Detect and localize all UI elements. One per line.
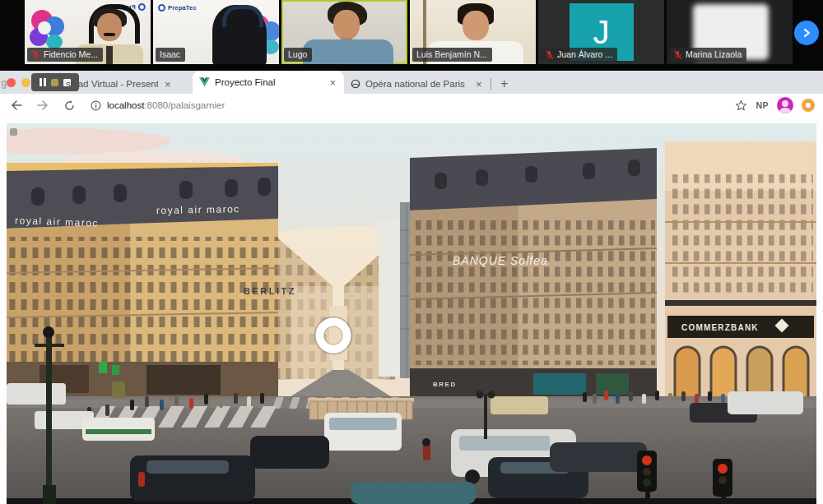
participant-name: Isaac	[160, 49, 180, 60]
toolbar-right: NP	[735, 97, 815, 113]
tab-proyecto-final[interactable]: Proyecto Final ×	[193, 71, 344, 94]
chevron-right-icon	[802, 28, 811, 38]
participant-face	[463, 11, 489, 40]
participant-name: Luis Benjamín N...	[416, 49, 487, 60]
video-tile-lugo[interactable]: Lugo	[281, 0, 407, 64]
participant-name-badge: Lugo	[284, 48, 312, 62]
participant-name-badge: Marina Lizaola	[669, 48, 746, 62]
video-tile-luis[interactable]: Luis Benjamín N...	[410, 0, 536, 64]
url-text[interactable]: localhost:8080/palaisgarnier	[107, 100, 225, 110]
banque-solfea-building: BANQUE Solfea BRED	[410, 148, 657, 401]
participant-name-badge: Fidencio Me...	[27, 48, 103, 62]
royal-air-maroc-sign-right: royal air maroc	[156, 203, 240, 216]
reload-button[interactable]	[59, 95, 79, 115]
prepatec-logo: PrepaTec	[158, 4, 197, 12]
participant-name: Lugo	[288, 49, 307, 60]
video-tile-fidencio[interactable]: PrepaTec Fidencio Me...	[25, 0, 151, 64]
video-tile-juan[interactable]: J Juan Álvaro ...	[538, 0, 664, 64]
profile-avatar[interactable]	[777, 97, 793, 113]
tab-opera-paris[interactable]: Opéra national de Paris ×	[344, 74, 491, 94]
extension-badge[interactable]: NP	[756, 100, 769, 110]
muted-mic-icon	[31, 50, 40, 59]
participant-name-badge: Juan Álvaro ...	[541, 48, 617, 62]
browser-tab-bar: g sidad Virtual - Presentaci × Proyecto …	[0, 71, 823, 94]
pharmacy-flag	[99, 362, 107, 373]
commerzbank-sign: COMMERZBANK	[681, 323, 759, 332]
pharmacy-flag	[112, 365, 119, 375]
vue-favicon	[199, 77, 210, 87]
back-button[interactable]	[7, 95, 26, 115]
page-content: royal air maroc royal air maroc BERLITZ	[0, 117, 823, 504]
zoom-video-strip: PrepaTec Fidencio Me... PrepaTec	[0, 0, 823, 71]
browser-menu-update-icon[interactable]	[802, 99, 815, 112]
muted-mic-icon	[545, 50, 554, 59]
balcony-rail	[665, 300, 816, 306]
motorcycle	[423, 444, 430, 460]
participant-name: Marina Lizaola	[686, 49, 742, 60]
bred-sign: BRED	[433, 381, 457, 388]
close-tab-icon[interactable]: ×	[163, 79, 173, 90]
video-tile-isaac[interactable]: PrepaTec Isaac	[153, 0, 279, 64]
participant-name-badge: Isaac	[156, 48, 185, 62]
close-tab-icon[interactable]: ×	[328, 77, 337, 88]
tabs: sidad Virtual - Presentaci × Proyecto Fi…	[59, 71, 514, 94]
opera-paris-favicon	[351, 79, 360, 89]
headphones-shape	[222, 5, 263, 27]
participant-tiles: PrepaTec Fidencio Me... PrepaTec	[25, 0, 793, 64]
participant-name: Fidencio Me...	[44, 49, 98, 60]
video-tile-marina[interactable]: Marina Lizaola	[667, 0, 793, 64]
bookmark-star-icon[interactable]	[735, 99, 747, 112]
berlitz-sign: BERLITZ	[244, 286, 296, 296]
participant-face	[97, 13, 122, 41]
tab-title: Proyecto Final	[215, 77, 276, 87]
close-tab-icon[interactable]: ×	[474, 79, 484, 90]
new-tab-button[interactable]: +	[495, 74, 514, 94]
minimize-window-button[interactable]	[21, 78, 30, 87]
prepatec-circle-icon	[138, 3, 146, 11]
recorder-badge	[51, 79, 58, 86]
tab-title: Opéra national de Paris	[365, 79, 469, 89]
participant-name-badge: Luis Benjamín N...	[412, 48, 492, 62]
participant-face	[333, 10, 360, 39]
photo-corner-mark	[10, 128, 17, 136]
close-window-button[interactable]	[7, 78, 16, 87]
participant-name: Juan Álvaro ...	[557, 49, 612, 60]
gallery-next-page-button[interactable]	[794, 21, 819, 45]
forward-button[interactable]	[33, 95, 53, 115]
tab-title: sidad Virtual - Presentaci	[66, 79, 158, 89]
pause-recording-icon[interactable]	[40, 78, 46, 86]
site-info-icon[interactable]	[91, 100, 101, 111]
browser-toolbar: localhost:8080/palaisgarnier NP	[0, 94, 823, 118]
avatar-letter: J	[593, 16, 610, 49]
prepatec-circle-icon	[158, 4, 165, 12]
tab-universidad-virtual[interactable]: sidad Virtual - Presentaci ×	[59, 74, 193, 94]
muted-mic-icon	[673, 50, 682, 59]
address-bar[interactable]: localhost:8080/palaisgarnier	[91, 96, 735, 114]
street-panorama-image[interactable]: royal air maroc royal air maroc BERLITZ	[7, 123, 816, 504]
banque-solfea-sign: BANQUE Solfea	[453, 254, 548, 267]
motorcycle	[138, 472, 145, 487]
